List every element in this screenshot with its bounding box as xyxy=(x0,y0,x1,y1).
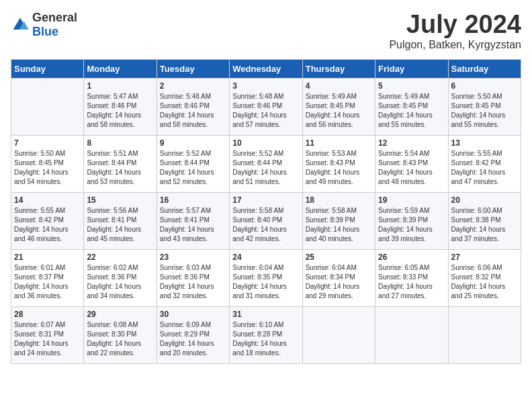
header-friday: Friday xyxy=(375,59,448,78)
day-number: 27 xyxy=(451,253,518,262)
day-info: Sunrise: 5:47 AMSunset: 8:46 PMDaylight:… xyxy=(87,92,153,130)
day-number: 3 xyxy=(232,81,299,91)
day-info: Sunrise: 5:50 AMSunset: 8:45 PMDaylight:… xyxy=(14,149,81,187)
day-number: 29 xyxy=(87,310,153,319)
page-header: General Blue July 2024 Pulgon, Batken, K… xyxy=(11,11,521,51)
day-number: 10 xyxy=(232,138,299,148)
calendar-cell: 23 Sunrise: 6:03 AMSunset: 8:36 PMDaylig… xyxy=(157,249,229,306)
calendar-cell: 25 Sunrise: 6:04 AMSunset: 8:34 PMDaylig… xyxy=(302,249,375,306)
day-number: 5 xyxy=(378,81,445,91)
calendar-week-row: 28 Sunrise: 6:07 AMSunset: 8:31 PMDaylig… xyxy=(11,306,521,363)
day-number: 25 xyxy=(306,253,372,262)
calendar-cell: 4 Sunrise: 5:49 AMSunset: 8:45 PMDayligh… xyxy=(302,78,375,135)
day-info: Sunrise: 6:05 AMSunset: 8:33 PMDaylight:… xyxy=(378,263,445,301)
calendar-cell: 9 Sunrise: 5:52 AMSunset: 8:44 PMDayligh… xyxy=(157,135,229,192)
calendar-cell: 11 Sunrise: 5:53 AMSunset: 8:43 PMDaylig… xyxy=(302,135,375,192)
calendar-cell: 15 Sunrise: 5:56 AMSunset: 8:41 PMDaylig… xyxy=(84,192,157,249)
day-number: 16 xyxy=(160,195,226,205)
day-number: 21 xyxy=(14,253,81,262)
day-info: Sunrise: 5:52 AMSunset: 8:44 PMDaylight:… xyxy=(232,149,299,187)
calendar-cell: 20 Sunrise: 6:00 AMSunset: 8:38 PMDaylig… xyxy=(448,192,521,249)
calendar-week-row: 7 Sunrise: 5:50 AMSunset: 8:45 PMDayligh… xyxy=(11,135,521,192)
location-title: Pulgon, Batken, Kyrgyzstan xyxy=(389,39,521,51)
day-number: 28 xyxy=(14,310,81,319)
calendar-week-row: 21 Sunrise: 6:01 AMSunset: 8:37 PMDaylig… xyxy=(11,249,521,306)
logo-text-blue: Blue xyxy=(32,25,58,38)
day-number: 11 xyxy=(306,138,372,148)
day-number: 22 xyxy=(87,253,153,262)
day-info: Sunrise: 6:07 AMSunset: 8:31 PMDaylight:… xyxy=(14,320,81,358)
day-info: Sunrise: 5:54 AMSunset: 8:43 PMDaylight:… xyxy=(378,149,445,187)
day-info: Sunrise: 5:55 AMSunset: 8:42 PMDaylight:… xyxy=(14,206,81,244)
calendar-header-row: SundayMondayTuesdayWednesdayThursdayFrid… xyxy=(11,59,521,78)
day-number: 13 xyxy=(451,138,518,148)
calendar-cell: 31 Sunrise: 6:10 AMSunset: 8:28 PMDaylig… xyxy=(230,306,302,363)
day-info: Sunrise: 5:51 AMSunset: 8:44 PMDaylight:… xyxy=(87,149,153,187)
day-info: Sunrise: 6:10 AMSunset: 8:28 PMDaylight:… xyxy=(232,320,299,358)
logo-text-general: General xyxy=(32,11,77,24)
calendar-cell: 3 Sunrise: 5:48 AMSunset: 8:46 PMDayligh… xyxy=(230,78,302,135)
calendar-cell xyxy=(448,306,521,363)
header-wednesday: Wednesday xyxy=(230,59,302,78)
day-number: 9 xyxy=(160,138,226,148)
calendar-cell: 28 Sunrise: 6:07 AMSunset: 8:31 PMDaylig… xyxy=(11,306,84,363)
header-sunday: Sunday xyxy=(11,59,84,78)
calendar-cell: 27 Sunrise: 6:06 AMSunset: 8:32 PMDaylig… xyxy=(448,249,521,306)
day-number: 19 xyxy=(378,195,445,205)
day-number: 23 xyxy=(160,253,226,262)
calendar-table: SundayMondayTuesdayWednesdayThursdayFrid… xyxy=(11,59,521,364)
day-info: Sunrise: 6:08 AMSunset: 8:30 PMDaylight:… xyxy=(87,320,153,358)
day-info: Sunrise: 5:48 AMSunset: 8:46 PMDaylight:… xyxy=(232,92,299,130)
month-title: July 2024 xyxy=(389,11,521,39)
calendar-cell: 16 Sunrise: 5:57 AMSunset: 8:41 PMDaylig… xyxy=(157,192,229,249)
day-number: 2 xyxy=(160,81,226,91)
day-number: 24 xyxy=(232,253,299,262)
day-info: Sunrise: 5:59 AMSunset: 8:39 PMDaylight:… xyxy=(378,206,445,244)
calendar-cell xyxy=(11,78,84,135)
day-info: Sunrise: 5:58 AMSunset: 8:40 PMDaylight:… xyxy=(232,206,299,244)
calendar-cell: 26 Sunrise: 6:05 AMSunset: 8:33 PMDaylig… xyxy=(375,249,448,306)
calendar-cell xyxy=(302,306,375,363)
day-number: 8 xyxy=(87,138,153,148)
calendar-cell: 19 Sunrise: 5:59 AMSunset: 8:39 PMDaylig… xyxy=(375,192,448,249)
day-info: Sunrise: 5:53 AMSunset: 8:43 PMDaylight:… xyxy=(306,149,372,187)
day-number: 15 xyxy=(87,195,153,205)
day-info: Sunrise: 5:55 AMSunset: 8:42 PMDaylight:… xyxy=(451,149,518,187)
day-number: 1 xyxy=(87,81,153,91)
day-number: 4 xyxy=(306,81,372,91)
header-thursday: Thursday xyxy=(302,59,375,78)
calendar-cell: 10 Sunrise: 5:52 AMSunset: 8:44 PMDaylig… xyxy=(230,135,302,192)
day-number: 6 xyxy=(451,81,518,91)
day-info: Sunrise: 5:49 AMSunset: 8:45 PMDaylight:… xyxy=(378,92,445,130)
logo: General Blue xyxy=(11,11,77,39)
calendar-cell: 30 Sunrise: 6:09 AMSunset: 8:29 PMDaylig… xyxy=(157,306,229,363)
day-info: Sunrise: 5:50 AMSunset: 8:45 PMDaylight:… xyxy=(451,92,518,130)
day-number: 26 xyxy=(378,253,445,262)
calendar-cell: 13 Sunrise: 5:55 AMSunset: 8:42 PMDaylig… xyxy=(448,135,521,192)
day-number: 18 xyxy=(306,195,372,205)
calendar-cell: 8 Sunrise: 5:51 AMSunset: 8:44 PMDayligh… xyxy=(84,135,157,192)
day-info: Sunrise: 6:09 AMSunset: 8:29 PMDaylight:… xyxy=(160,320,226,358)
calendar-cell: 6 Sunrise: 5:50 AMSunset: 8:45 PMDayligh… xyxy=(448,78,521,135)
header-tuesday: Tuesday xyxy=(157,59,229,78)
calendar-cell: 24 Sunrise: 6:04 AMSunset: 8:35 PMDaylig… xyxy=(230,249,302,306)
calendar-cell: 22 Sunrise: 6:02 AMSunset: 8:36 PMDaylig… xyxy=(84,249,157,306)
calendar-cell: 21 Sunrise: 6:01 AMSunset: 8:37 PMDaylig… xyxy=(11,249,84,306)
calendar-cell: 1 Sunrise: 5:47 AMSunset: 8:46 PMDayligh… xyxy=(84,78,157,135)
calendar-cell: 17 Sunrise: 5:58 AMSunset: 8:40 PMDaylig… xyxy=(230,192,302,249)
day-info: Sunrise: 5:49 AMSunset: 8:45 PMDaylight:… xyxy=(306,92,372,130)
day-number: 30 xyxy=(160,310,226,319)
day-info: Sunrise: 6:02 AMSunset: 8:36 PMDaylight:… xyxy=(87,263,153,301)
header-monday: Monday xyxy=(84,59,157,78)
day-number: 14 xyxy=(14,195,81,205)
day-info: Sunrise: 6:00 AMSunset: 8:38 PMDaylight:… xyxy=(451,206,518,244)
day-info: Sunrise: 6:04 AMSunset: 8:34 PMDaylight:… xyxy=(306,263,372,301)
day-info: Sunrise: 6:03 AMSunset: 8:36 PMDaylight:… xyxy=(160,263,226,301)
calendar-week-row: 14 Sunrise: 5:55 AMSunset: 8:42 PMDaylig… xyxy=(11,192,521,249)
calendar-cell: 18 Sunrise: 5:58 AMSunset: 8:39 PMDaylig… xyxy=(302,192,375,249)
day-number: 20 xyxy=(451,195,518,205)
day-number: 17 xyxy=(232,195,299,205)
day-info: Sunrise: 6:01 AMSunset: 8:37 PMDaylight:… xyxy=(14,263,81,301)
day-info: Sunrise: 6:06 AMSunset: 8:32 PMDaylight:… xyxy=(451,263,518,301)
day-info: Sunrise: 5:56 AMSunset: 8:41 PMDaylight:… xyxy=(87,206,153,244)
